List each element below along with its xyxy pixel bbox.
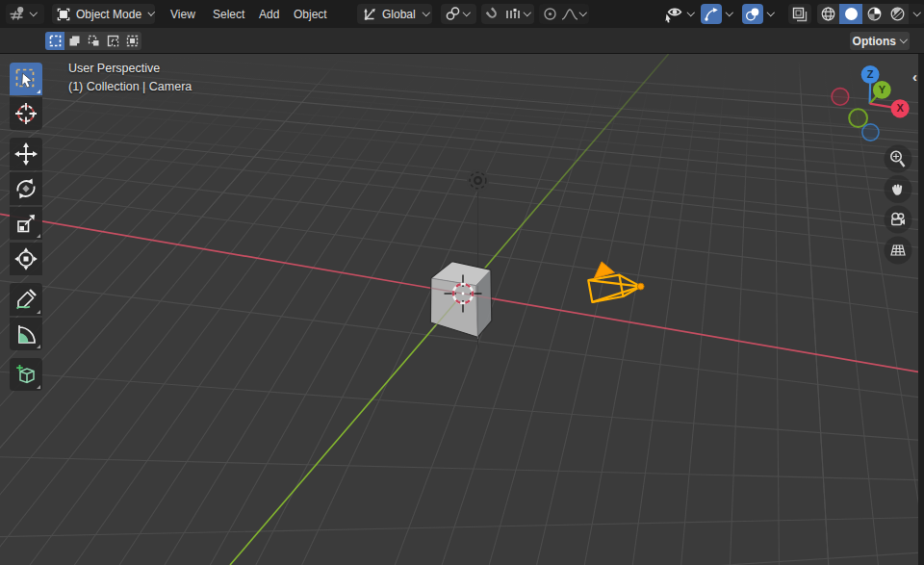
svg-text:Z: Z bbox=[867, 68, 874, 80]
svg-text:Y: Y bbox=[879, 84, 886, 95]
svg-text:X: X bbox=[896, 102, 904, 114]
